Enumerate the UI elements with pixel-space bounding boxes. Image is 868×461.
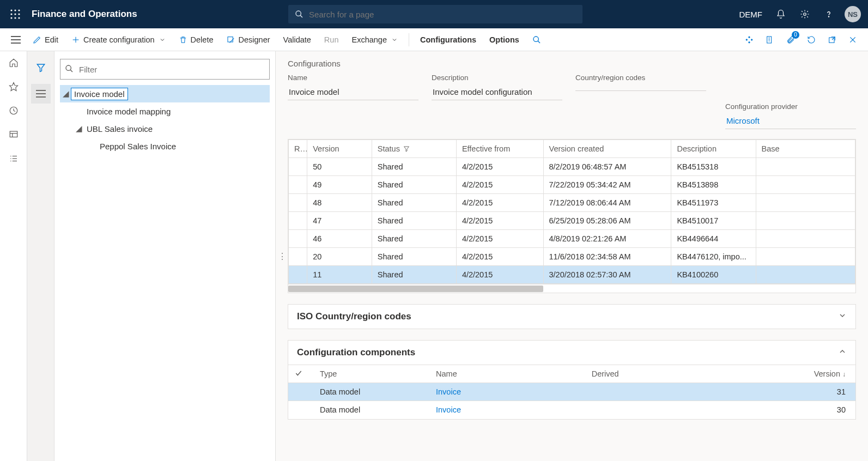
close-icon[interactable] (843, 30, 863, 50)
environment-label[interactable]: DEMF (734, 10, 768, 19)
name-value[interactable]: Invoice model (288, 85, 418, 100)
connected-apps-icon[interactable] (739, 30, 759, 50)
svg-rect-28 (10, 131, 17, 137)
cell (288, 383, 313, 401)
cell: 7/22/2019 05:34:42 AM (543, 176, 671, 194)
cell (756, 266, 855, 284)
svg-marker-37 (37, 64, 45, 72)
cell (756, 248, 855, 266)
attachments-badge: 0 (792, 31, 799, 39)
col-derived[interactable]: Derived (585, 365, 684, 383)
components-expander[interactable]: Configuration components (288, 341, 855, 365)
version-row[interactable]: 49Shared4/2/20157/22/2019 05:34:42 AMKB4… (289, 176, 855, 194)
tree-caret-icon[interactable]: ◢ (61, 89, 71, 99)
cell: 4/2/2015 (456, 230, 543, 248)
tree-caret-icon[interactable]: ◢ (74, 124, 84, 134)
col-effective-from[interactable]: Effective from (456, 140, 543, 158)
waffle-icon[interactable] (4, 9, 26, 19)
tree-item-label: Peppol Sales Invoice (97, 141, 179, 152)
version-row[interactable]: 11Shared4/2/20153/20/2018 02:57:30 AMKB4… (289, 266, 855, 284)
cell (756, 212, 855, 230)
description-value[interactable]: Invoice model configuration (432, 85, 562, 100)
configurations-tab[interactable]: Configurations (414, 32, 483, 47)
designer-button[interactable]: Designer (220, 32, 277, 47)
exchange-button[interactable]: Exchange (345, 32, 404, 47)
horizontal-scrollbar[interactable] (288, 284, 855, 293)
tree-item[interactable]: Invoice model mapping (60, 102, 270, 120)
notifications-icon[interactable] (770, 0, 792, 28)
version-row[interactable]: 48Shared4/2/20157/12/2019 08:06:44 AMKB4… (289, 194, 855, 212)
app-title: Finance and Operations (32, 9, 137, 20)
navpane-toggle-icon[interactable] (5, 36, 26, 44)
recent-icon[interactable] (9, 106, 19, 118)
col-version[interactable]: Version↓ (684, 365, 855, 383)
cell: Shared (372, 212, 456, 230)
col-version[interactable]: Version (307, 140, 372, 158)
col-select[interactable] (288, 365, 313, 383)
home-icon[interactable] (9, 58, 19, 70)
splitter-handle[interactable]: ⋮⋮ (276, 245, 280, 267)
col-name[interactable]: Name (429, 365, 585, 383)
modules-icon[interactable] (9, 154, 19, 166)
configurations-heading: Configurations (288, 59, 856, 68)
validate-button[interactable]: Validate (277, 32, 318, 47)
favorites-icon[interactable] (9, 82, 19, 94)
version-row[interactable]: 46Shared4/2/20154/8/2019 02:21:26 AMKB44… (289, 230, 855, 248)
help-icon[interactable] (818, 0, 840, 28)
version-row[interactable]: 47Shared4/2/20156/25/2019 05:28:06 AMKB4… (289, 212, 855, 230)
filter-icon (403, 145, 410, 152)
version-row[interactable]: 50Shared4/2/20158/2/2019 06:48:57 AMKB45… (289, 158, 855, 176)
tree-item[interactable]: ◢Invoice model (60, 85, 270, 102)
tree-filter-input[interactable] (60, 59, 270, 80)
cell: Shared (372, 194, 456, 212)
cell-version: 31 (684, 383, 855, 401)
provider-link[interactable]: Microsoft (725, 114, 856, 129)
list-view-icon[interactable] (31, 84, 51, 104)
col-type[interactable]: Type (313, 365, 429, 383)
cell-version: 30 (684, 401, 855, 419)
components-section: Configuration components Type Name Deriv… (288, 340, 856, 420)
svg-point-6 (10, 17, 12, 19)
chevron-down-icon (391, 37, 398, 43)
cell: 4/8/2019 02:21:26 AM (543, 230, 671, 248)
svg-point-19 (533, 37, 538, 41)
col-status[interactable]: Status (372, 140, 456, 158)
country-codes-value[interactable] (575, 85, 706, 91)
cell (756, 158, 855, 176)
component-name-link[interactable]: Invoice (436, 405, 461, 414)
options-tab[interactable]: Options (483, 32, 526, 47)
global-search[interactable] (288, 5, 582, 23)
settings-icon[interactable] (794, 0, 816, 28)
cell: 48 (307, 194, 372, 212)
version-row[interactable]: 20Shared4/2/201511/6/2018 02:34:58 AMKB4… (289, 248, 855, 266)
cell: KB4476120, impo... (671, 248, 756, 266)
component-row[interactable]: Data modelInvoice31 (288, 383, 855, 401)
col-description[interactable]: Description (671, 140, 756, 158)
svg-point-8 (18, 17, 20, 19)
tree-item[interactable]: ◢UBL Sales invoice (60, 120, 270, 137)
create-configuration-button[interactable]: Create configuration (65, 32, 172, 47)
delete-button[interactable]: Delete (172, 32, 220, 47)
component-row[interactable]: Data modelInvoice30 (288, 401, 855, 419)
popout-icon[interactable] (822, 30, 842, 50)
col-rebase[interactable]: R... (289, 140, 307, 158)
description-label: Description (432, 74, 562, 82)
user-avatar[interactable]: NS (842, 0, 864, 28)
attachments-icon[interactable]: 0 (781, 30, 800, 50)
col-base[interactable]: Base (756, 140, 855, 158)
global-search-input[interactable] (309, 10, 576, 19)
page-search-button[interactable] (526, 32, 548, 47)
component-name-link[interactable]: Invoice (436, 387, 461, 396)
cell: Shared (372, 266, 456, 284)
refresh-icon[interactable] (802, 30, 821, 50)
col-version-created[interactable]: Version created (543, 140, 671, 158)
tree-item[interactable]: Peppol Sales Invoice (60, 137, 270, 155)
svg-point-5 (18, 13, 20, 15)
filter-icon[interactable] (31, 58, 51, 77)
svg-point-3 (10, 13, 12, 15)
workspaces-icon[interactable] (9, 130, 19, 142)
run-button: Run (318, 32, 345, 47)
open-office-icon[interactable] (760, 30, 780, 50)
edit-button[interactable]: Edit (26, 32, 65, 47)
iso-codes-expander[interactable]: ISO Country/region codes (288, 305, 855, 329)
